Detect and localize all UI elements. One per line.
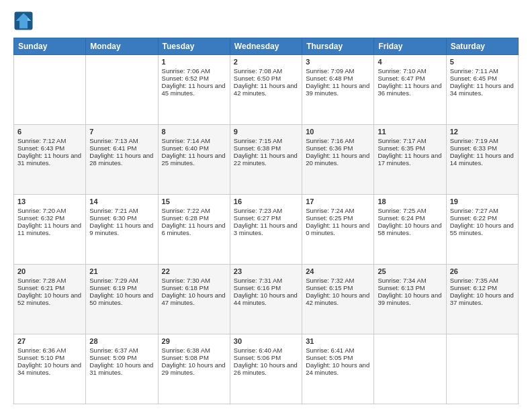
day-info: Daylight: 11 hours and 9 minutes. — [89, 222, 154, 236]
calendar-cell: 10Sunrise: 7:16 AMSunset: 6:36 PMDayligh… — [302, 125, 374, 195]
day-info: Sunset: 6:45 PM — [450, 75, 515, 82]
calendar-cell: 13Sunrise: 7:20 AMSunset: 6:32 PMDayligh… — [14, 195, 86, 265]
day-header-monday: Monday — [86, 38, 158, 55]
day-number: 16 — [234, 197, 298, 205]
day-info: Sunrise: 7:13 AM — [89, 137, 154, 144]
calendar-cell — [86, 55, 158, 125]
day-info: Sunrise: 7:31 AM — [234, 277, 298, 284]
calendar-cell: 28Sunrise: 6:37 AMSunset: 5:09 PMDayligh… — [86, 334, 158, 404]
calendar-table: SundayMondayTuesdayWednesdayThursdayFrid… — [13, 38, 519, 404]
day-number: 27 — [17, 337, 82, 345]
day-info: Sunset: 5:09 PM — [89, 354, 154, 361]
day-info: Sunset: 6:38 PM — [234, 144, 298, 152]
day-header-friday: Friday — [374, 38, 446, 55]
calendar-cell: 5Sunrise: 7:11 AMSunset: 6:45 PMDaylight… — [446, 55, 518, 125]
day-info: Sunset: 5:08 PM — [162, 354, 226, 361]
day-info: Daylight: 11 hours and 36 minutes. — [378, 82, 442, 97]
day-info: Sunrise: 7:14 AM — [162, 137, 226, 144]
calendar-cell — [374, 334, 446, 404]
day-info: Daylight: 10 hours and 37 minutes. — [450, 291, 515, 306]
day-info: Sunrise: 7:19 AM — [450, 137, 515, 144]
calendar-cell: 31Sunrise: 6:41 AMSunset: 5:05 PMDayligh… — [302, 334, 374, 404]
day-info: Sunset: 6:48 PM — [306, 75, 370, 82]
day-number: 10 — [306, 128, 370, 136]
calendar-cell: 24Sunrise: 7:32 AMSunset: 6:15 PMDayligh… — [302, 265, 374, 334]
day-info: Daylight: 11 hours and 28 minutes. — [89, 152, 154, 167]
day-info: Daylight: 11 hours and 20 minutes. — [306, 152, 370, 167]
day-info: Sunrise: 7:21 AM — [89, 207, 154, 214]
day-info: Sunset: 6:21 PM — [17, 284, 82, 291]
day-number: 31 — [306, 337, 370, 345]
day-info: Sunrise: 7:34 AM — [378, 277, 442, 284]
day-number: 1 — [162, 58, 226, 66]
day-info: Sunset: 6:36 PM — [306, 144, 370, 152]
calendar-cell: 21Sunrise: 7:29 AMSunset: 6:19 PMDayligh… — [86, 265, 158, 334]
day-info: Sunset: 6:15 PM — [306, 284, 370, 291]
day-number: 29 — [162, 337, 226, 345]
day-number: 17 — [306, 197, 370, 205]
day-info: Sunset: 6:41 PM — [89, 144, 154, 152]
day-info: Sunrise: 7:09 AM — [306, 67, 370, 75]
day-info: Sunrise: 6:37 AM — [89, 347, 154, 354]
day-info: Daylight: 10 hours and 52 minutes. — [17, 291, 82, 306]
day-info: Daylight: 11 hours and 14 minutes. — [450, 152, 515, 167]
day-info: Daylight: 10 hours and 26 minutes. — [234, 361, 298, 376]
day-info: Sunset: 6:52 PM — [162, 75, 226, 82]
day-number: 23 — [234, 267, 298, 275]
day-info: Sunrise: 7:29 AM — [89, 277, 154, 284]
day-number: 4 — [378, 58, 442, 66]
calendar-cell: 18Sunrise: 7:25 AMSunset: 6:24 PMDayligh… — [374, 195, 446, 265]
calendar-cell: 27Sunrise: 6:36 AMSunset: 5:10 PMDayligh… — [14, 334, 86, 404]
day-info: Sunset: 6:30 PM — [89, 214, 154, 222]
calendar-cell: 3Sunrise: 7:09 AMSunset: 6:48 PMDaylight… — [302, 55, 374, 125]
calendar-cell: 20Sunrise: 7:28 AMSunset: 6:21 PMDayligh… — [14, 265, 86, 334]
day-number: 3 — [306, 58, 370, 66]
day-info: Sunrise: 7:35 AM — [450, 277, 515, 284]
day-info: Daylight: 10 hours and 29 minutes. — [162, 361, 226, 376]
day-info: Sunset: 6:13 PM — [378, 284, 442, 291]
calendar-cell: 2Sunrise: 7:08 AMSunset: 6:50 PMDaylight… — [230, 55, 302, 125]
day-header-wednesday: Wednesday — [230, 38, 302, 55]
day-info: Sunset: 6:22 PM — [450, 214, 515, 222]
day-info: Sunset: 6:47 PM — [378, 75, 442, 82]
calendar-cell: 16Sunrise: 7:23 AMSunset: 6:27 PMDayligh… — [230, 195, 302, 265]
day-number: 24 — [306, 267, 370, 275]
day-info: Sunset: 6:43 PM — [17, 144, 82, 152]
day-info: Sunset: 6:16 PM — [234, 284, 298, 291]
calendar-cell: 6Sunrise: 7:12 AMSunset: 6:43 PMDaylight… — [14, 125, 86, 195]
calendar-cell: 9Sunrise: 7:15 AMSunset: 6:38 PMDaylight… — [230, 125, 302, 195]
calendar-cell: 4Sunrise: 7:10 AMSunset: 6:47 PMDaylight… — [374, 55, 446, 125]
day-number: 13 — [17, 197, 82, 205]
day-info: Sunrise: 7:22 AM — [162, 207, 226, 214]
day-info: Sunrise: 7:16 AM — [306, 137, 370, 144]
day-number: 11 — [378, 128, 442, 136]
day-info: Sunrise: 7:10 AM — [378, 67, 442, 75]
day-info: Daylight: 10 hours and 39 minutes. — [378, 291, 442, 306]
day-info: Sunrise: 7:11 AM — [450, 67, 515, 75]
page: SundayMondayTuesdayWednesdayThursdayFrid… — [0, 0, 532, 411]
day-info: Sunrise: 7:32 AM — [306, 277, 370, 284]
day-info: Daylight: 10 hours and 58 minutes. — [378, 222, 442, 236]
day-info: Sunset: 6:40 PM — [162, 144, 226, 152]
day-info: Daylight: 10 hours and 31 minutes. — [89, 361, 154, 376]
day-info: Sunrise: 7:15 AM — [234, 137, 298, 144]
day-info: Daylight: 11 hours and 39 minutes. — [306, 82, 370, 97]
day-info: Daylight: 10 hours and 44 minutes. — [234, 291, 298, 306]
day-info: Daylight: 11 hours and 0 minutes. — [306, 222, 370, 236]
day-info: Sunset: 6:27 PM — [234, 214, 298, 222]
day-info: Daylight: 11 hours and 42 minutes. — [234, 82, 298, 97]
day-info: Sunset: 5:05 PM — [306, 354, 370, 361]
day-info: Sunset: 6:50 PM — [234, 75, 298, 82]
calendar-cell: 12Sunrise: 7:19 AMSunset: 6:33 PMDayligh… — [446, 125, 518, 195]
calendar-cell: 23Sunrise: 7:31 AMSunset: 6:16 PMDayligh… — [230, 265, 302, 334]
day-info: Daylight: 11 hours and 17 minutes. — [378, 152, 442, 167]
calendar-cell: 29Sunrise: 6:38 AMSunset: 5:08 PMDayligh… — [158, 334, 230, 404]
day-info: Daylight: 11 hours and 6 minutes. — [162, 222, 226, 236]
day-info: Daylight: 11 hours and 22 minutes. — [234, 152, 298, 167]
logo-icon — [13, 11, 34, 31]
day-number: 18 — [378, 197, 442, 205]
day-number: 5 — [450, 58, 515, 66]
calendar-cell — [446, 334, 518, 404]
day-info: Sunrise: 7:06 AM — [162, 67, 226, 75]
day-number: 25 — [378, 267, 442, 275]
